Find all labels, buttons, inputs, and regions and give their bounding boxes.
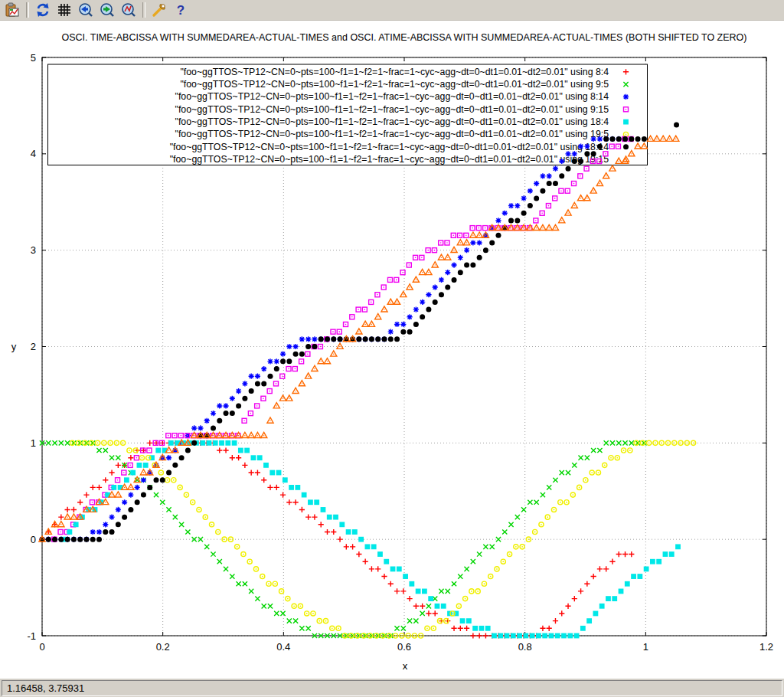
x-tick-label: 0.4: [276, 641, 290, 653]
legend-entry: "foo~ggTTOS~TP12~CN=0~pts=100~f1=1~f2=1~…: [180, 67, 609, 77]
grid-icon: [57, 2, 72, 18]
status-bar: 1.16458, 3.75931: [0, 679, 784, 697]
legend-entry: "foo~ggTTOS~TP12~CN=0~pts=100~f1=1~f2=1~…: [175, 129, 609, 139]
y-tick-label: 0: [31, 534, 36, 545]
legend-entry: "foo~ggTTOS~TP12~CN=0~pts=100~f1=1~f2=1~…: [175, 104, 609, 115]
wrench-icon: [152, 2, 167, 18]
y-tick-label: 2: [31, 341, 36, 352]
clipboard-icon: [5, 2, 20, 18]
help-button[interactable]: ?: [170, 0, 191, 20]
toggle-grid-button[interactable]: [54, 0, 75, 20]
zoom-previous-button[interactable]: [75, 0, 96, 20]
plot-canvas[interactable]: "foo~ggTTOS~TP12~CN=0~pts=100~f1=1~f2=1~…: [0, 21, 784, 679]
y-tick-label: 5: [31, 52, 36, 64]
legend-entry: "foo~ggTTOS~TP12~CN=0~pts=100~f1=1~f2=1~…: [175, 91, 609, 102]
x-tick-label: 0.2: [156, 641, 170, 653]
data-points: [39, 123, 696, 639]
autoscale-button[interactable]: [118, 0, 139, 20]
replot-button[interactable]: [32, 0, 54, 20]
svg-text:?: ?: [177, 3, 185, 18]
gnuplot-window: { "toolbar": { "buttons": [ {"name": "co…: [0, 0, 784, 697]
zoom-next-icon: [100, 2, 115, 18]
legend-entry: "foo~ggTTOS~TP12~CN=0~pts=100~f1=1~f2=1~…: [170, 154, 609, 165]
copy-to-clipboard-button[interactable]: [2, 0, 23, 20]
toolbar-separator: [26, 2, 29, 18]
refresh-icon: [35, 2, 51, 18]
plot-svg: "foo~ggTTOS~TP12~CN=0~pts=100~f1=1~f2=1~…: [0, 21, 784, 679]
x-tick-label: 1.2: [760, 641, 773, 653]
zoom-previous-icon: [78, 2, 93, 18]
legend-entry: "foo~ggTTOS~TP12~CN=0~pts=100~f1=1~f2=1~…: [180, 79, 609, 90]
x-tick-label: 0.8: [518, 641, 532, 653]
chart-title: OSCI. TIME-ABCISSA WITH SUMMEDAREA-ACTUA…: [61, 32, 746, 43]
y-tick-label: 3: [31, 244, 36, 256]
configure-button[interactable]: [149, 0, 170, 20]
y-axis-label: y: [11, 341, 17, 352]
y-tick-label: 4: [31, 148, 36, 159]
coordinate-readout: 1.16458, 3.75931: [2, 680, 782, 696]
toolbar-separator: [142, 2, 145, 18]
x-axis-label: x: [403, 660, 408, 672]
legend: "foo~ggTTOS~TP12~CN=0~pts=100~f1=1~f2=1~…: [48, 64, 648, 165]
x-tick-label: 1: [643, 641, 648, 653]
legend-entry: "foo~ggTTOS~TP12~CN=0~pts=100~f1=1~f2=1~…: [170, 142, 609, 152]
toolbar: ?: [0, 0, 784, 21]
x-tick-label: 0.6: [397, 641, 411, 653]
legend-entry: "foo~ggTTOS~TP12~CN=0~pts=100~f1=1~f2=1~…: [175, 116, 609, 127]
y-tick-label: 1: [31, 437, 36, 449]
zoom-next-button[interactable]: [96, 0, 118, 20]
autoscale-icon: [121, 2, 136, 18]
y-tick-label: -1: [27, 630, 36, 642]
x-tick-label: 0: [39, 641, 44, 653]
help-icon: ?: [173, 2, 188, 18]
